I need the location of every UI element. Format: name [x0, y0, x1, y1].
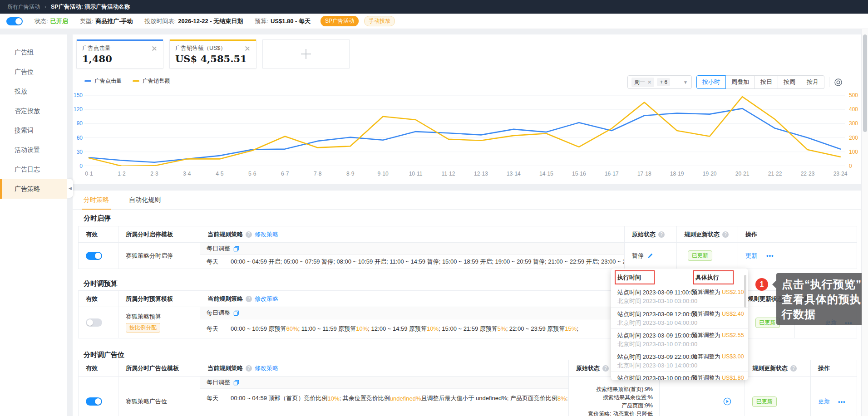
granularity-button[interactable]: 周叠加	[726, 75, 755, 89]
campaign-enabled-toggle[interactable]	[6, 17, 23, 25]
sidebar-item-label: 活动设置	[15, 146, 40, 154]
exec-detail: 预算调整为 US$1.80	[692, 374, 744, 380]
help-icon[interactable]: ?	[246, 231, 252, 238]
granularity-button[interactable]: 按小时	[696, 75, 726, 89]
copy-icon[interactable]	[233, 246, 239, 252]
granularity-button[interactable]: 按日	[755, 75, 778, 89]
more-actions-button[interactable]: •••	[838, 398, 846, 405]
tab-automation-rules[interactable]: 自动化规则	[129, 191, 161, 210]
y-tick-left: 120	[64, 106, 83, 113]
annotation-highlight-box	[615, 270, 655, 284]
sidebar-item-1[interactable]: 广告位	[0, 62, 67, 82]
col-header-action: 操作	[811, 360, 857, 376]
sidebar-item-7[interactable]: 广告策略	[0, 179, 67, 199]
schedule-toggle[interactable]	[86, 252, 102, 260]
play-preview-icon[interactable]	[723, 397, 731, 406]
granularity-button[interactable]: 按周	[778, 75, 801, 89]
sidebar-item-2[interactable]: 投放	[0, 82, 67, 101]
chevron-down-icon: ▼	[683, 80, 688, 85]
modify-strategy-link[interactable]: 修改策略	[255, 230, 278, 239]
modify-strategy-link[interactable]: 修改策略	[255, 364, 278, 372]
valid-cell	[79, 243, 118, 269]
modify-strategy-link[interactable]: 修改策略	[255, 295, 278, 303]
help-icon[interactable]: ?	[658, 231, 665, 238]
col-header-strategy: 当前规则策略 ? 修改策略	[200, 226, 625, 242]
y-tick-right: 0	[849, 163, 852, 169]
frequency-label: 每天	[200, 255, 225, 269]
x-tick-label: 3-4	[183, 171, 191, 177]
weekday-filter-select[interactable]: 周一✕ + 6 ▼	[627, 75, 692, 89]
filter-tag-label: + 6	[660, 79, 667, 85]
copy-icon[interactable]	[233, 380, 239, 386]
schedule-table: 有效 所属分时启停模板 当前规则策略 ? 修改策略 原始状态 ? 规则更新状态 …	[78, 226, 857, 269]
close-icon[interactable]	[151, 45, 158, 52]
page-scrollbar[interactable]	[862, 29, 868, 416]
valid-cell	[79, 307, 118, 338]
tab-timeshare-strategy[interactable]: 分时策略	[84, 191, 109, 210]
y-tick-left: 150	[64, 92, 83, 98]
popup-row: 站点时间 2023-03-09 22:00:00北京时间 2023-03-10 …	[611, 350, 748, 371]
type-field: 类型: 商品推广-手动	[80, 17, 133, 25]
legend-item[interactable]: 广告点击量	[84, 77, 122, 85]
sidebar-item-label: 广告位	[15, 68, 34, 76]
tab-label: 自动化规则	[129, 196, 161, 204]
filter-tag-more[interactable]: + 6	[657, 78, 670, 86]
add-metric-card-button[interactable]	[262, 39, 350, 69]
valid-cell	[79, 377, 118, 416]
original-status-value: 暂停	[632, 252, 644, 260]
site-time: 站点时间 2023-03-10 00:00:00	[617, 374, 697, 380]
update-link[interactable]: 更新	[745, 252, 757, 260]
more-actions-button[interactable]: •••	[766, 252, 774, 259]
strategy-cell: 每日调整 每天 00:00 ~ 04:59 顶部（首页）竞价比例 10%; 其余…	[200, 377, 569, 416]
popup-scrollbar[interactable]	[744, 275, 746, 308]
sidebar-item-6[interactable]: 广告日志	[0, 160, 67, 179]
scrollbar-thumb[interactable]	[863, 34, 867, 132]
col-header-update-status: 规则更新状态 ?	[745, 360, 811, 376]
help-icon[interactable]: ?	[246, 365, 252, 372]
schedule-field: 投放时间表: 2026-12-22 - 无结束日期	[145, 17, 243, 25]
pencil-icon[interactable]	[647, 253, 653, 259]
help-icon[interactable]: ?	[790, 365, 797, 372]
sidebar-item-0[interactable]: 广告组	[0, 43, 67, 62]
sidebar-item-label: 广告组	[15, 49, 34, 57]
help-icon[interactable]: ?	[722, 231, 729, 238]
col-header-label: 原始状态	[632, 230, 656, 239]
chart-settings-icon[interactable]	[834, 78, 843, 87]
col-header-label: 当前规则策略	[207, 230, 243, 239]
annotation-text: 点击“执行预览”查看具体的预执行数据	[782, 277, 863, 322]
sidebar-item-5[interactable]: 活动设置	[0, 140, 67, 160]
granularity-button[interactable]: 按月	[801, 75, 824, 89]
remove-tag-icon[interactable]: ✕	[647, 79, 651, 85]
close-icon[interactable]	[244, 45, 251, 52]
bid-info-line: 竞价策略: 动态竞价-只降低	[588, 411, 653, 416]
update-link[interactable]: 更新	[818, 397, 830, 406]
budget-toggle[interactable]	[86, 318, 102, 327]
section-title-schedule: 分时启停	[84, 214, 111, 223]
col-header-valid: 有效	[79, 226, 118, 242]
filter-tag-monday[interactable]: 周一✕	[631, 78, 654, 87]
metric-cards: 广告点击量 1,480 广告销售额（US$） US$ 4,585.51	[76, 39, 350, 69]
legend-item[interactable]: 广告销售额	[133, 77, 170, 85]
help-icon[interactable]: ?	[246, 296, 252, 302]
help-icon[interactable]: ?	[602, 365, 609, 372]
strategy-cell: 每日调整 每天 00:00 ~ 10:59 原预算 60%; 11:00 ~ 1…	[200, 307, 672, 338]
sidebar-collapse-handle[interactable]: ◀	[67, 179, 73, 198]
metric-card-sales[interactable]: 广告销售额（US$） US$ 4,585.51	[169, 39, 256, 69]
copy-icon[interactable]	[233, 310, 239, 316]
breadcrumb-root[interactable]: 所有广告活动	[7, 3, 40, 11]
beijing-time: 北京时间 2023-03-10 14:00:00	[617, 362, 697, 370]
col-header-label: 当前规则策略	[207, 364, 243, 372]
y-tick-left: 90	[64, 120, 83, 127]
metric-card-value: 1,480	[77, 52, 163, 64]
sidebar-item-4[interactable]: 搜索词	[0, 121, 67, 140]
metric-card-clicks[interactable]: 广告点击量 1,480	[76, 39, 163, 69]
x-tick-label: 16-17	[605, 171, 619, 177]
placement-toggle[interactable]	[86, 397, 102, 406]
breadcrumb-current: SP广告活动: 演示广告活动名称	[51, 3, 130, 11]
sidebar-item-3[interactable]: 否定投放	[0, 101, 67, 121]
popup-row: 站点时间 2023-03-09 11:00:00北京时间 2023-03-10 …	[611, 286, 748, 307]
budget-amount: US$2.40	[722, 311, 744, 317]
tooltip-arrow-icon	[772, 280, 776, 289]
legend-dash-icon	[84, 80, 91, 82]
site-time: 站点时间 2023-03-09 12:00:00	[617, 310, 697, 318]
